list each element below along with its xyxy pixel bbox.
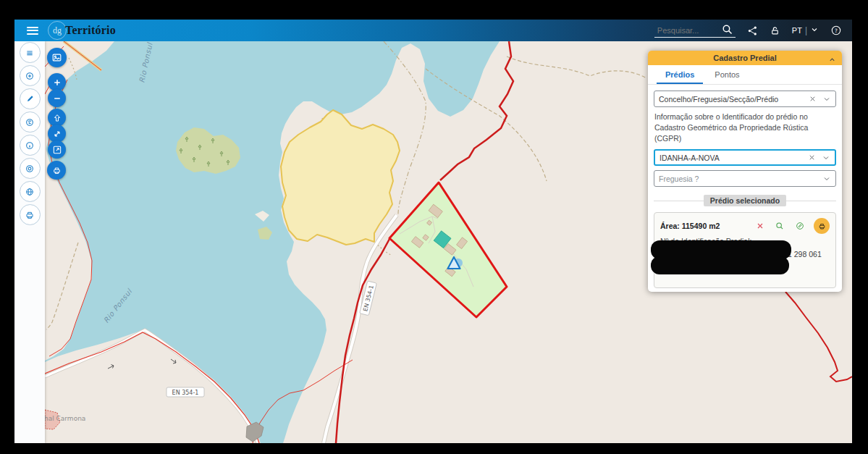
basemap-icon[interactable] [20,112,41,133]
level-select-value: Concelho/Freguesia/Secção/Prédio [659,95,809,104]
chevron-down-icon[interactable] [822,154,830,162]
print-parcel-button[interactable] [814,218,830,234]
tab-pontos[interactable]: Pontos [704,65,749,84]
print-icon[interactable] [47,161,66,180]
road-label-bottom: EN 354-1 [167,387,204,397]
hamburger-menu-icon[interactable] [27,25,38,35]
help-icon[interactable]: ? [830,25,842,36]
chevron-down-icon[interactable] [822,95,831,104]
selected-section-label: Prédio selecionado [704,195,786,206]
tab-predios[interactable]: Prédios [655,65,704,84]
search-box[interactable] [654,23,736,38]
chevron-down-icon [810,25,819,35]
left-toolbar [14,41,45,443]
globe-icon[interactable] [20,181,41,202]
clear-icon[interactable] [808,154,816,161]
share-icon[interactable] [747,25,758,36]
search-input[interactable] [656,25,721,35]
menu-icon[interactable] [20,42,41,63]
info-text: Informação sobre o Identificador do préd… [654,112,835,144]
parcel-area: Área: 115490 m2 [660,222,746,230]
chevron-down-icon[interactable] [822,175,831,183]
panel-tabs: Prédios Pontos [648,65,842,85]
svg-text:EN 354-1: EN 354-1 [172,390,199,396]
info-icon[interactable] [20,135,41,156]
municipality-value: IDANHA-A-NOVA [660,154,808,162]
svg-text:?: ? [835,28,838,34]
settings-icon[interactable] [20,158,41,179]
app-window: Rio Ponsul Rio Ponsul EN 354-1 EN 354-1 … [14,20,852,443]
logo-name: Território [65,24,116,37]
image-layer-icon[interactable] [47,48,67,67]
zoom-area-icon[interactable] [20,65,41,86]
selected-section-divider: Prédio selecionado [654,195,836,206]
panel-header[interactable]: Cadastro Predial [648,51,842,65]
language-label: PT [792,26,802,35]
freguesia-placeholder: Freguesia ? [659,175,822,183]
chevron-up-icon[interactable] [828,54,836,67]
print-icon[interactable] [20,204,41,225]
measure-icon[interactable] [20,88,41,109]
edit-parcel-icon[interactable] [795,221,805,231]
freguesia-select[interactable]: Freguesia ? [654,170,836,187]
municipality-input[interactable]: IDANHA-A-NOVA [654,149,836,166]
language-selector[interactable]: PT | [792,25,819,35]
clear-icon[interactable] [809,95,817,103]
zoom-to-parcel-icon[interactable] [775,221,785,231]
logo-dg-circle: dg [48,21,67,40]
zoom-out-icon[interactable] [48,89,66,107]
level-select[interactable]: Concelho/Freguesia/Secção/Prédio [654,91,836,107]
panel-title: Cadastro Predial [713,54,776,62]
remove-selection-icon[interactable] [756,222,764,230]
search-icon[interactable] [721,23,733,35]
place-label: chal Carmona [45,415,85,422]
topbar: dg Território PT | [14,20,852,41]
app-logo[interactable]: dg Território [48,20,116,41]
redaction-box [651,256,789,274]
expand-icon[interactable] [48,140,66,159]
lock-icon[interactable] [770,25,780,36]
